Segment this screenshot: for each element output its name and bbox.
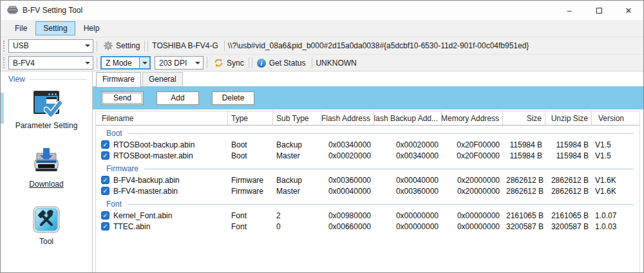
printer-model-text: TOSHIBA B-FV4-G [152,41,218,50]
cell-size: 2161065 B [503,211,545,220]
close-button[interactable]: ✕ [614,1,643,20]
chevron-down-icon[interactable] [82,57,93,69]
column-header-filename[interactable]: Filename [96,111,228,125]
row-checkbox[interactable]: ✓ [101,222,109,231]
row-checkbox[interactable]: ✓ [101,140,109,149]
tab-general[interactable]: General [142,72,183,86]
toolbar-separator [144,41,145,52]
sidebar-item-download[interactable]: Download [1,147,92,189]
menu-help[interactable]: Help [76,21,108,35]
toolbar-grip[interactable] [3,57,6,68]
filename-text: B-FV4-backup.abin [113,176,180,185]
column-header-memory-address[interactable]: Memory Address [442,111,503,125]
connection-setting-button[interactable]: Setting [100,41,143,50]
row-checkbox[interactable]: ✓ [101,176,109,184]
tab-strip: Firmware General [93,71,643,86]
table-row[interactable]: ✓RTOSBoot-backup.abinBootBackup0x0034000… [96,139,639,150]
toolbar-separator [224,41,225,52]
menu-setting[interactable]: Setting [35,21,75,35]
group-divider-line [144,169,634,169]
window-controls: – ✕ [554,1,643,20]
model-select-value: B-FV4 [9,57,82,69]
table-row[interactable]: ✓RTOSBoot-master.abinBootMaster0x0002000… [96,150,639,161]
cell-size: 3200587 B [503,222,545,231]
minimize-button[interactable]: – [554,1,584,20]
cell-filename: ✓TTEC.abin [96,222,228,231]
table-row[interactable]: ✓Kernel_Font.abinFont20x009800000x000000… [96,210,639,221]
cell-flash-backup-add: 0x00020000 [374,140,442,149]
delete-button[interactable]: Delete [212,91,254,105]
firmware-table: FilenameTypeSub TypeFlash AddressFlash B… [95,111,640,272]
view-group-line [30,79,87,80]
table-row[interactable]: ✓TTEC.abinFont00x006600000x000000000x000… [96,221,639,232]
view-group: View [8,75,90,84]
cell-flash-backup-add: 0x00360000 [374,187,442,196]
info-icon: i [257,59,266,68]
connection-setting-label: Setting [116,41,140,50]
cell-size: 115984 B [503,140,545,149]
toolbar-grip[interactable] [3,41,6,52]
column-header-flash-address[interactable]: Flash Address [321,111,374,125]
table-body: Boot✓RTOSBoot-backup.abinBootBackup0x003… [96,126,639,272]
printer-status-text: UNKNOWN [316,59,356,68]
cell-version: 1.0.07 [592,211,639,220]
send-button[interactable]: Send [101,91,144,105]
gear-icon [104,41,113,50]
cell-unzip-size: 2161065 B [545,211,592,220]
printer-toolbar: B-FV4 Z Mode 203 DPI Sync i Get St [1,54,643,71]
chevron-down-icon[interactable] [82,40,93,52]
column-header-sub-type[interactable]: Sub Type [273,111,321,125]
download-icon [32,147,61,176]
firmware-table-area: FilenameTypeSub TypeFlash AddressFlash B… [93,109,643,272]
chevron-down-icon[interactable] [193,57,203,69]
toolbar-separator [207,57,207,68]
cell-memory-address: 0x20000000 [442,187,503,196]
get-status-button[interactable]: i Get Status [254,59,309,68]
add-button[interactable]: Add [156,91,199,105]
dpi-select-value: 203 DPI [155,57,193,69]
mode-select-value: Z Mode [102,57,139,68]
cell-filename: ✓B-FV4-backup.abin [96,176,228,185]
cell-type: Boot [228,140,273,149]
cell-flash-address: 0x00660000 [321,222,374,231]
chevron-down-icon[interactable] [139,57,149,68]
maximize-icon [596,8,602,14]
tab-firmware[interactable]: Firmware [96,72,141,87]
get-status-label: Get Status [269,59,306,68]
port-select[interactable]: USB [8,39,93,53]
cell-filename: ✓RTOSBoot-backup.abin [96,140,228,149]
cell-flash-address: 0x00360000 [321,176,374,185]
cell-sub-type: Master [273,151,321,160]
row-checkbox[interactable]: ✓ [101,151,109,160]
cell-sub-type: Backup [273,176,321,185]
table-row[interactable]: ✓B-FV4-backup.abinFirmwareBackup0x003600… [96,174,639,185]
window-title: B-FV Setting Tool [23,6,82,15]
sidebar-item-label: Tool [39,237,53,246]
cell-memory-address: 0x00000000 [442,211,503,220]
sidebar-item-parameter-setting[interactable]: Parameter Setting [1,89,92,130]
group-label: Font [106,200,122,209]
column-header-version[interactable]: Version [592,111,639,125]
column-header-type[interactable]: Type [228,111,273,125]
cell-sub-type: Backup [273,140,321,149]
row-checkbox[interactable]: ✓ [101,211,109,220]
view-group-label: View [8,75,25,84]
mode-select[interactable]: Z Mode [100,56,151,70]
column-header-unzip-size[interactable]: Unzip Size [545,111,592,125]
cell-memory-address: 0x20000000 [442,176,503,185]
dpi-select[interactable]: 203 DPI [155,56,204,70]
column-header-flash-backup-add[interactable]: Flash Backup Add... [374,111,442,125]
sync-button[interactable]: Sync [211,58,247,68]
row-checkbox[interactable]: ✓ [101,187,109,195]
cell-unzip-size: 2862612 B [545,176,592,185]
model-select[interactable]: B-FV4 [8,56,93,70]
left-scroll-strip [1,93,4,124]
menu-file[interactable]: File [7,21,35,35]
column-header-size[interactable]: Size [503,111,545,125]
cell-version: V1.5 [592,140,639,149]
sidebar-item-tool[interactable]: Tool [1,205,92,246]
cell-size: 115984 B [503,151,545,160]
table-row[interactable]: ✓B-FV4-master.abinFirmwareMaster0x000400… [96,185,639,196]
cell-size: 2862612 B [503,187,545,196]
maximize-button[interactable] [584,1,614,20]
